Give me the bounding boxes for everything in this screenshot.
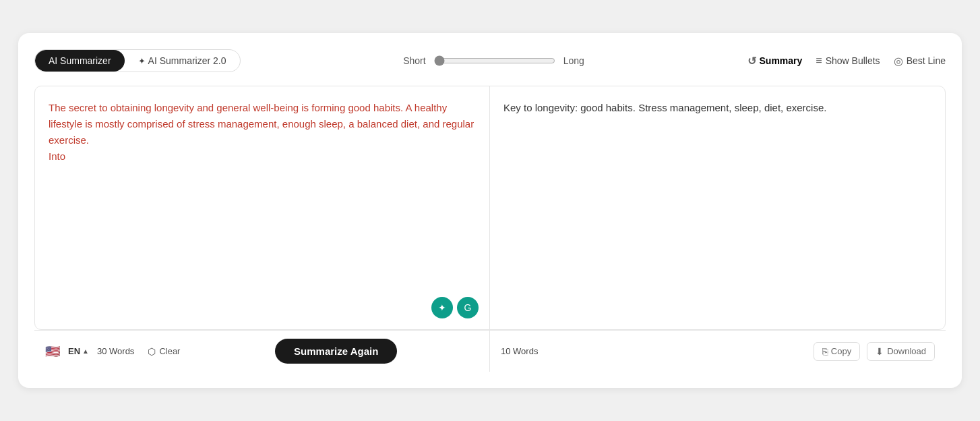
summarize-again-button[interactable]: Summarize Again bbox=[275, 339, 397, 364]
bestline-icon: ◎ bbox=[894, 55, 903, 67]
bullets-icon: ≡ bbox=[816, 55, 822, 67]
slider-short-label: Short bbox=[403, 55, 425, 66]
input-panel: The secret to obtaining longevity and ge… bbox=[35, 86, 490, 329]
grammar-check-icon[interactable]: G bbox=[457, 297, 479, 318]
content-area: The secret to obtaining longevity and ge… bbox=[34, 86, 946, 330]
word-count-right: 10 Words bbox=[501, 346, 538, 356]
flag-icon: 🇺🇸 bbox=[45, 344, 60, 359]
floating-icons: ✦ G bbox=[431, 297, 479, 318]
eraser-icon: ⬡ bbox=[148, 346, 156, 357]
sparkle-icon: ✦ bbox=[138, 56, 146, 66]
tab-ai-summarizer-2[interactable]: ✦AI Summarizer 2.0 bbox=[125, 50, 240, 72]
copy-icon: ⎘ bbox=[822, 346, 828, 357]
bottom-bars: 🇺🇸 EN ▲ 30 Words ⬡ Clear Summarize Again… bbox=[34, 330, 946, 372]
lang-arrow-icon: ▲ bbox=[82, 347, 89, 355]
download-icon: ⬇ bbox=[876, 346, 884, 357]
length-slider[interactable] bbox=[434, 55, 555, 66]
toolbar: AI Summarizer ✦AI Summarizer 2.0 Short L… bbox=[34, 49, 946, 72]
view-opt-bestline[interactable]: ◎ Best Line bbox=[894, 55, 946, 67]
bottom-bar-right: 10 Words ⎘ Copy ⬇ Download bbox=[490, 331, 946, 372]
tab-ai-summarizer[interactable]: AI Summarizer bbox=[35, 50, 125, 72]
bottom-bar-left: 🇺🇸 EN ▲ 30 Words ⬡ Clear Summarize Again bbox=[34, 331, 490, 372]
tab-group: AI Summarizer ✦AI Summarizer 2.0 bbox=[34, 49, 241, 72]
slider-long-label: Long bbox=[563, 55, 584, 66]
download-button[interactable]: ⬇ Download bbox=[867, 342, 935, 361]
summary-icon: ↺ bbox=[747, 55, 756, 67]
slider-group: Short Long bbox=[251, 55, 737, 66]
view-opt-summary[interactable]: ↺ Summary bbox=[747, 55, 803, 67]
clear-button[interactable]: ⬡ Clear bbox=[142, 343, 185, 360]
word-count-left: 30 Words bbox=[97, 346, 134, 356]
right-actions: ⎘ Copy ⬇ Download bbox=[814, 342, 935, 361]
view-opt-bullets[interactable]: ≡ Show Bullets bbox=[816, 55, 880, 67]
view-options: ↺ Summary ≡ Show Bullets ◎ Best Line bbox=[747, 55, 946, 67]
output-text: Key to longevity: good habits. Stress ma… bbox=[503, 100, 931, 116]
input-text[interactable]: The secret to obtaining longevity and ge… bbox=[49, 100, 476, 165]
copy-button[interactable]: ⎘ Copy bbox=[814, 342, 860, 361]
spell-check-icon[interactable]: ✦ bbox=[431, 297, 453, 318]
language-selector[interactable]: EN ▲ bbox=[68, 346, 89, 356]
output-panel: Key to longevity: good habits. Stress ma… bbox=[490, 86, 945, 329]
main-card: AI Summarizer ✦AI Summarizer 2.0 Short L… bbox=[18, 33, 962, 388]
